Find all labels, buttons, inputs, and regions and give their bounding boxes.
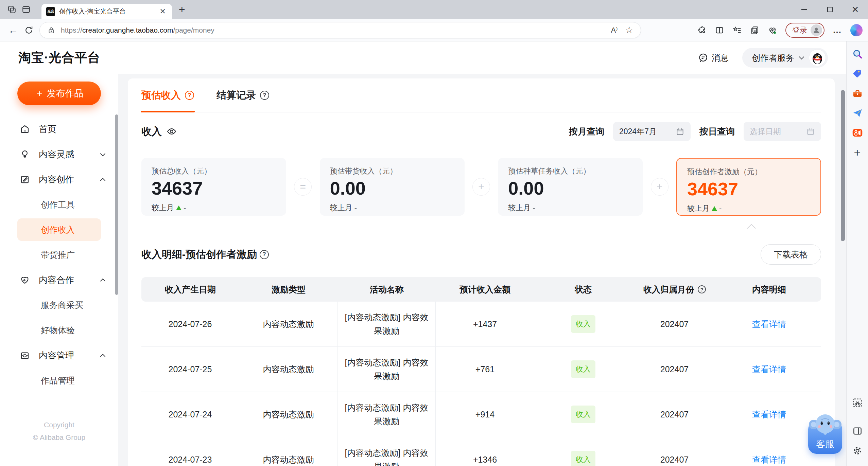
card-total-income[interactable]: 预估总收入（元） 34637 较上月- (141, 158, 286, 216)
back-button[interactable]: ← (5, 22, 21, 38)
login-button[interactable]: 登录 (785, 23, 824, 38)
copilot-icon[interactable] (850, 24, 863, 36)
sidebar-item-creation-tools[interactable]: 创作工具 (0, 192, 118, 217)
equals-badge: = (294, 178, 312, 196)
day-picker-input[interactable]: 选择日期 (744, 122, 821, 141)
split-screen-icon[interactable] (715, 25, 724, 35)
sidebar-item-cooperation[interactable]: 内容合作 (0, 267, 118, 292)
help-icon[interactable]: ? (698, 285, 706, 293)
sidebar-item-home[interactable]: 首页 (0, 116, 118, 142)
day-query-label: 按日查询 (699, 126, 735, 138)
browser-toolbar: ← https://creator.guanghe.taobao.com/pag… (0, 19, 868, 41)
view-details-link[interactable]: 查看详情 (752, 455, 786, 464)
tab-close-icon[interactable]: ✕ (158, 7, 167, 16)
search-icon[interactable] (850, 46, 865, 62)
settings-gear-icon[interactable] (850, 443, 865, 459)
workspaces-icon[interactable] (5, 2, 19, 17)
help-icon[interactable]: ? (260, 250, 269, 259)
chevron-down-icon (100, 151, 106, 156)
tab-title: 创作收入-淘宝光合平台 (59, 7, 158, 16)
site-header: 淘宝·光合平台 消息 创作者服务 (0, 41, 846, 74)
browser-essentials-icon[interactable] (768, 25, 777, 35)
eye-icon[interactable] (167, 126, 177, 137)
help-icon[interactable]: ? (185, 91, 194, 100)
income-section-title: 收入 (141, 125, 177, 139)
favorite-star-icon[interactable]: ☆ (625, 25, 633, 35)
trend-up-icon (176, 205, 181, 210)
screenshot-icon[interactable] (850, 395, 865, 411)
extensions-icon[interactable] (697, 25, 707, 35)
card-creator-incentive[interactable]: 预估创作者激励（元） 34637 较上月- (676, 158, 821, 216)
view-details-link[interactable]: 查看详情 (752, 410, 786, 419)
address-bar[interactable]: https://creator.guanghe.taobao.com/page/… (39, 22, 641, 38)
site-favicon: 光合 (46, 7, 55, 16)
toolbox-icon[interactable] (850, 86, 865, 101)
selected-card-notch (747, 224, 756, 232)
sidebar-item-product-trial[interactable]: 好物体验 (0, 318, 118, 343)
chevron-down-icon (799, 54, 804, 60)
qq-avatar[interactable] (809, 49, 826, 66)
tab-estimated-income[interactable]: 预估收入 ? (141, 78, 194, 112)
tab-list-icon[interactable] (19, 2, 33, 17)
creator-service-dropdown[interactable]: 创作者服务 (742, 48, 828, 68)
lightbulb-icon (20, 149, 30, 159)
divider (851, 417, 864, 417)
edit-note-icon (20, 174, 30, 184)
sidebar-item-creation[interactable]: 内容创作 (0, 167, 118, 192)
edge-sidebar: + (846, 41, 868, 466)
shopping-tag-icon[interactable] (850, 66, 865, 82)
customer-service-widget[interactable]: 客服 (808, 412, 843, 454)
sidebar-item-works-management[interactable]: 作品管理 (0, 368, 118, 393)
sidebar-item-management[interactable]: 内容管理 (0, 343, 118, 368)
settings-more-icon[interactable]: … (833, 25, 842, 35)
sidebar-item-creation-income[interactable]: 创作收入 (17, 218, 101, 241)
plus-icon: ＋ (35, 87, 44, 100)
sidebar-item-service-purchase[interactable]: 服务商采买 (0, 292, 118, 318)
kuaishou-icon[interactable] (850, 125, 865, 141)
home-icon (20, 124, 30, 134)
publish-work-button[interactable]: ＋发布作品 (17, 82, 101, 105)
messages-button[interactable]: 消息 (698, 52, 729, 64)
table-row: 2024-07-23 内容动态激励 [内容动态激励] 内容效果激励 +1346 … (141, 437, 821, 466)
main-content: 预估收入 ? 结算记录 ? 收入 (118, 74, 846, 466)
detail-section-title: 收入明细-预估创作者激励 ? (141, 248, 269, 262)
new-tab-button[interactable]: + (179, 3, 185, 16)
lock-icon (47, 26, 55, 34)
close-button[interactable]: ✕ (843, 0, 868, 19)
paper-plane-icon[interactable] (850, 105, 865, 121)
refresh-button[interactable] (21, 22, 37, 38)
help-icon[interactable]: ? (260, 91, 269, 100)
status-badge: 收入 (571, 451, 595, 466)
profile-avatar-icon (811, 24, 822, 36)
download-table-button[interactable]: 下载表格 (761, 244, 821, 265)
view-details-link[interactable]: 查看详情 (752, 319, 786, 329)
add-sidebar-icon[interactable]: + (850, 145, 865, 160)
card-commission-income[interactable]: 预估带货收入（元） 0.00 较上月- (320, 158, 465, 216)
month-picker-input[interactable]: 2024年7月 (613, 122, 691, 141)
browser-tab[interactable]: 光合 创作收入-淘宝光合平台 ✕ (41, 4, 172, 19)
tab-settlement-record[interactable]: 结算记录 ? (216, 78, 269, 112)
site-logo: 淘宝·光合平台 (18, 49, 100, 66)
elephant-mascot-icon (809, 412, 841, 437)
collections-icon[interactable] (750, 25, 760, 35)
table-row: 2024-07-24 内容动态激励 [内容动态激励] 内容效果激励 +914 收… (141, 392, 821, 437)
page-scrollbar[interactable] (841, 90, 845, 241)
table-row: 2024-07-25 内容动态激励 [内容动态激励] 内容效果激励 +761 收… (141, 347, 821, 392)
left-sidebar: ＋发布作品 首页 内容灵感 内容创作 (0, 74, 118, 466)
read-aloud-icon[interactable] (611, 26, 618, 35)
side-panel-icon[interactable] (850, 423, 865, 439)
url-text: https://creator.guanghe.taobao.com/page/… (61, 26, 611, 34)
chevron-up-icon (100, 178, 106, 183)
month-query-label: 按月查询 (569, 126, 604, 138)
sidebar-item-inspiration[interactable]: 内容灵感 (0, 142, 118, 167)
card-task-income[interactable]: 预估种草任务收入（元） 0.00 较上月- (498, 158, 643, 216)
favorites-bar-icon[interactable] (732, 25, 742, 35)
heart-hand-icon (20, 275, 30, 285)
sidebar-scrollbar[interactable] (115, 114, 118, 295)
view-details-link[interactable]: 查看详情 (752, 364, 786, 374)
calendar-icon (806, 127, 815, 136)
maximize-button[interactable] (817, 0, 843, 19)
minimize-button[interactable] (792, 0, 817, 19)
status-badge: 收入 (571, 315, 595, 333)
sidebar-item-promotion[interactable]: 带货推广 (0, 242, 118, 267)
